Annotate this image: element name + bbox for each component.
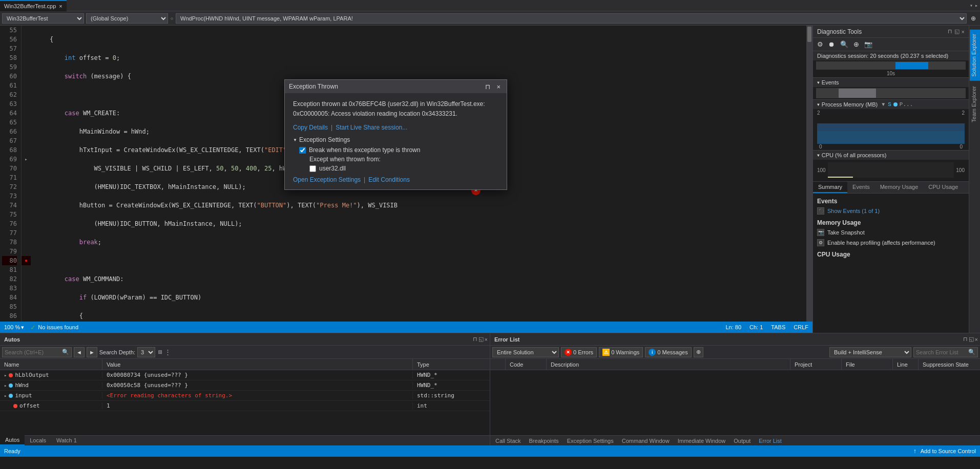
icon-btn-2[interactable]: ⋮ [164, 348, 171, 356]
solution-select[interactable]: Entire Solution [492, 347, 559, 357]
errors-badge[interactable]: ✕ 0 Errors [561, 347, 597, 357]
cpu-usage-content-title: CPU Usage [813, 248, 969, 259]
camera-icon: 📷 [817, 229, 824, 236]
tab-call-stack[interactable]: Call Stack [492, 438, 524, 444]
diag-title: Diagnostic Tools [817, 28, 862, 35]
events-label: Events [822, 79, 839, 86]
eth-sup: Suppression State [919, 359, 980, 370]
table-row[interactable]: ▸ hLblOutput 0x00080734 {unused=??? } HW… [0, 370, 490, 380]
title-arrow-down[interactable]: ▾ [970, 3, 973, 9]
diag-settings-btn[interactable]: ⚙ [815, 39, 825, 49]
tab-breakpoints[interactable]: Breakpoints [526, 438, 562, 444]
diag-zoom-in-btn[interactable]: ⊕ [851, 39, 861, 49]
table-row[interactable]: offset 1 int [0, 401, 490, 411]
tab-cpu-usage[interactable]: CPU Usage [923, 182, 963, 193]
take-snapshot-action[interactable]: 📷 Take Snapshot [813, 227, 969, 238]
tab-locals[interactable]: Locals [25, 435, 51, 445]
nav-back-btn[interactable]: ◄ [74, 347, 85, 357]
break-checkbox[interactable] [299, 147, 306, 154]
break-checkbox-label: Break when this exception type is thrown [309, 146, 420, 154]
error-list-undock-btn[interactable]: ◱ [969, 336, 974, 343]
source-control-label[interactable]: Add to Source Control [921, 448, 976, 454]
autos-undock-btn[interactable]: ◱ [478, 336, 484, 343]
vsidebar-solution-explorer[interactable]: Solution Explorer [970, 30, 980, 81]
except-when-label: Except when thrown from: [309, 156, 381, 163]
dialog-pin-btn[interactable]: ⊓ [483, 83, 492, 91]
tab-command-window[interactable]: Command Window [619, 438, 673, 444]
table-row[interactable]: ▸ hWnd 0x00050c58 {unused=??? } HWND_* [0, 380, 490, 391]
process-memory-label: Process Memory (MB) [822, 101, 878, 108]
cpu-section-header[interactable]: ▼ CPU (% of all processors) [813, 150, 969, 160]
timeline-label: 10s [887, 71, 895, 76]
status-indicator: ✓ No issues found [30, 324, 78, 331]
scope-left-select[interactable]: Win32BufferTest [2, 13, 84, 24]
toolbar-pin-btn[interactable]: ⊕ [969, 14, 978, 23]
autos-close-btn[interactable]: × [485, 336, 488, 343]
error-indicator: ● [25, 258, 28, 264]
title-arrow-right[interactable]: ▸ [975, 3, 978, 9]
search-depth-select[interactable]: 3 [137, 347, 155, 357]
diag-search-btn[interactable]: 🔍 [838, 39, 850, 49]
file-tab-close[interactable]: × [59, 3, 62, 9]
scope-middle-select[interactable]: (Global Scope) [86, 13, 168, 24]
error-list-close-btn[interactable]: × [975, 336, 978, 343]
tab-autos[interactable]: Autos [0, 435, 25, 445]
build-select[interactable]: Build + IntelliSense [829, 347, 911, 357]
dialog-close-btn[interactable]: × [494, 83, 503, 91]
expand-arrow[interactable]: ▸ [4, 393, 7, 398]
tab-output[interactable]: Output [731, 438, 754, 444]
file-tab-label: Win32BufferTest.cpp [4, 3, 56, 9]
warnings-badge[interactable]: ⚠ 0 Warnings [599, 347, 643, 357]
nav-forward-btn[interactable]: ► [87, 347, 97, 357]
file-tab[interactable]: Win32BufferTest.cpp × [0, 0, 67, 11]
tab-exception-settings[interactable]: Exception Settings [564, 438, 617, 444]
show-events-action[interactable]: ⚫ Show Events (1 of 1) [813, 206, 969, 216]
diag-undock-btn[interactable]: ◱ [954, 28, 960, 35]
messages-badge[interactable]: i 0 Messages [645, 347, 691, 357]
diag-snapshot-btn[interactable]: 📷 [862, 39, 874, 49]
link-sep-1: | [331, 124, 332, 131]
diag-pin-btn[interactable]: ⊓ [948, 28, 952, 35]
error-search-input[interactable] [916, 349, 967, 355]
exception-settings-label: Exception Settings [299, 136, 350, 143]
error-filter-btn[interactable]: ⊕ [694, 347, 703, 357]
enable-heap-action[interactable]: ⚙ Enable heap profiling (affects perform… [813, 238, 969, 248]
events-section-header[interactable]: ▼ Events [813, 77, 969, 87]
scope-right-select[interactable]: WndProc(HWND hWnd, UINT message, WPARAM … [176, 13, 967, 24]
expand-arrow[interactable]: ▸ [4, 373, 7, 378]
col-name: Name [0, 359, 102, 370]
table-row[interactable]: ▸ input <Error reading characters of str… [0, 391, 490, 401]
autos-search-input[interactable] [5, 349, 61, 355]
exception-settings-toggle[interactable]: ▼ Exception Settings [293, 136, 498, 143]
exception-dialog: Exception Thrown ⊓ × Exception thrown at… [284, 79, 507, 190]
tabs-indicator: TABS [771, 324, 785, 330]
line-numbers: 5556575859 6061626364 6566676869 7071727… [0, 26, 22, 322]
search-icon: 🔍 [62, 349, 69, 355]
diag-close-btn[interactable]: × [962, 29, 965, 35]
error-list-pin-btn[interactable]: ⊓ [963, 336, 968, 343]
memory-usage-content-title: Memory Usage [813, 216, 969, 227]
edit-conditions-link[interactable]: Edit Conditions [368, 176, 410, 183]
process-memory-header[interactable]: ▼ Process Memory (MB) ▼ S P... [813, 99, 969, 109]
zoom-level[interactable]: 100 % ▾ [4, 324, 24, 331]
diag-record-btn[interactable]: ⏺ [826, 39, 837, 49]
exception-message: Exception thrown at 0x76BEFC4B (user32.d… [293, 99, 498, 119]
expand-arrow[interactable]: ▸ [4, 383, 7, 388]
vsidebar-team-explorer[interactable]: Team Explorer [970, 82, 980, 126]
show-events-icon: ⚫ [817, 207, 824, 215]
source-control-icon: ↑ [913, 447, 916, 455]
live-share-link[interactable]: Start Live Share session... [336, 124, 407, 131]
tab-error-list[interactable]: Error List [756, 438, 785, 444]
autos-pin-btn[interactable]: ⊓ [473, 336, 477, 343]
link-sep-2: | [364, 176, 365, 183]
tab-immediate-window[interactable]: Immediate Window [675, 438, 729, 444]
copy-details-link[interactable]: Copy Details [293, 124, 328, 131]
tab-events[interactable]: Events [847, 182, 875, 193]
tab-memory-usage[interactable]: Memory Usage [875, 182, 924, 193]
icon-btn-1[interactable]: ⊞ [158, 348, 162, 356]
tab-summary[interactable]: Summary [813, 182, 847, 193]
tab-watch1[interactable]: Watch 1 [51, 435, 82, 445]
user32-checkbox[interactable] [309, 165, 316, 172]
open-exception-settings-link[interactable]: Open Exception Settings [293, 176, 361, 183]
row-name: offset [19, 402, 40, 409]
